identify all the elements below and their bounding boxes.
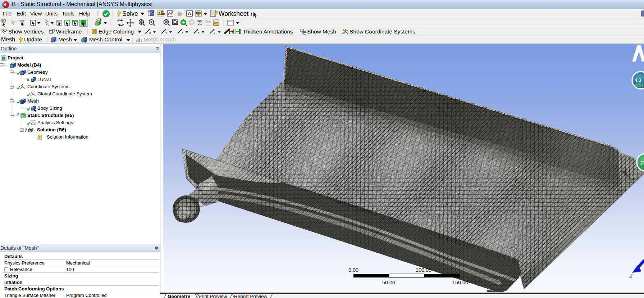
svg-text:Report Preview: Report Preview: [234, 294, 268, 298]
svg-text:Worksheet: Worksheet: [219, 10, 248, 17]
svg-text:Z: Z: [629, 272, 633, 279]
svg-text:Thicken Annotations: Thicken Annotations: [243, 28, 293, 35]
svg-text:50.00: 50.00: [382, 280, 395, 285]
svg-text:0: 0: [149, 32, 151, 35]
svg-text:x: x: [214, 32, 215, 35]
svg-text:ISO: ISO: [197, 19, 202, 22]
svg-text:Show Mesh: Show Mesh: [307, 28, 336, 35]
svg-text:Show Vertices: Show Vertices: [8, 28, 44, 35]
svg-text:Edge Coloring: Edge Coloring: [99, 28, 134, 35]
svg-text:?: ?: [24, 128, 27, 133]
svg-text:27: 27: [640, 160, 644, 166]
svg-text:3: 3: [198, 32, 200, 35]
svg-text:Print Preview: Print Preview: [198, 294, 227, 298]
svg-text:4.3: 4.3: [635, 77, 641, 83]
svg-text:100.00: 100.00: [416, 267, 431, 273]
svg-text:Update: Update: [24, 36, 42, 42]
svg-text:Metric Graph: Metric Graph: [143, 36, 176, 42]
svg-text:A: A: [188, 11, 191, 16]
svg-text:x,y,z: x,y,z: [19, 19, 24, 22]
svg-text:2: 2: [182, 32, 183, 35]
svg-text:Show Coordinate Systems: Show Coordinate Systems: [350, 28, 415, 35]
svg-text:Mesh: Mesh: [1, 36, 15, 42]
svg-text:Mesh: Mesh: [58, 36, 72, 42]
svg-text:150.00: 150.00: [452, 280, 468, 285]
svg-text:1: 1: [165, 32, 167, 35]
svg-text:Mesh Control: Mesh Control: [89, 36, 122, 42]
svg-text:Geometry: Geometry: [168, 294, 191, 298]
svg-text:0.00: 0.00: [348, 267, 358, 273]
svg-text:i: i: [251, 11, 252, 17]
svg-text:?: ?: [17, 112, 19, 117]
svg-text:Abc: Abc: [158, 12, 165, 16]
svg-text:Solve: Solve: [122, 10, 138, 17]
svg-text:100: 100: [2, 20, 6, 22]
svg-text:Wireframe: Wireframe: [56, 28, 82, 35]
